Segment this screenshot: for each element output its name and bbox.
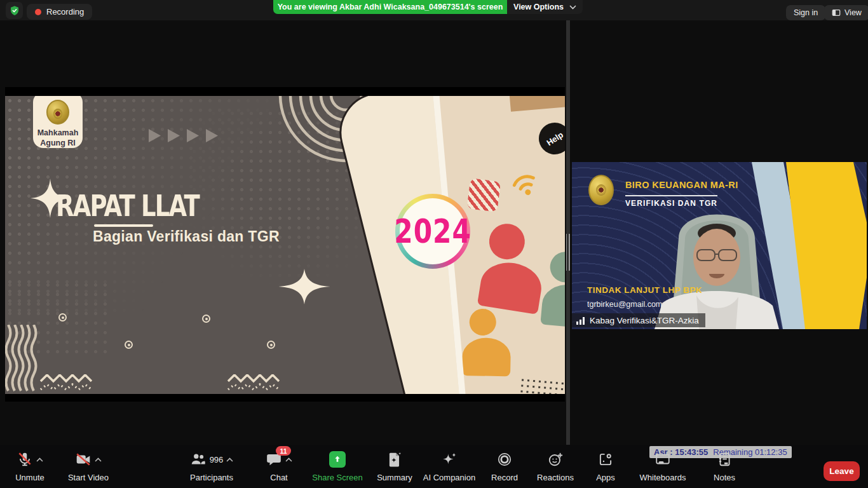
meeting-toolbar: Asr : 15:43:55 Remaining 01:12:35 Unmute: [0, 445, 868, 488]
wifi-doodle-icon: [508, 168, 543, 201]
striped-patch-decoration: [467, 178, 501, 212]
video-off-icon: [75, 451, 92, 468]
zigzag-decoration: [40, 374, 92, 392]
slide-subtitle: Bagian Verifikasi dan TGR: [93, 228, 280, 245]
recording-dot-icon: [35, 9, 41, 15]
recording-indicator[interactable]: Recording: [27, 4, 92, 20]
people-figure-head: [468, 308, 498, 337]
biro-keuangan-seal-icon: [588, 175, 614, 205]
sparkle-star-icon: [276, 269, 333, 304]
sign-in-button[interactable]: Sign in: [786, 5, 825, 20]
presentation-slide: Mahkamah Agung RI RAPAT LLAT Bagian Veri…: [5, 96, 565, 394]
year-circle-inner: 2024: [400, 198, 466, 264]
whiteboards-icon: [654, 451, 671, 468]
bullseye-dot: [125, 341, 133, 349]
shield-check-icon: [9, 5, 20, 17]
recording-label: Recording: [46, 7, 84, 17]
triangle-icon: [168, 129, 180, 142]
people-figure-body: [477, 259, 545, 315]
triangle-icon: [187, 129, 199, 142]
people-figure-head: [488, 222, 527, 261]
bullseye-dot: [202, 315, 210, 323]
chat-unread-badge: 11: [276, 446, 291, 456]
start-video-button[interactable]: Start Video: [51, 451, 125, 482]
leave-button[interactable]: Leave: [824, 461, 860, 481]
arrow-triangles-decoration: [149, 129, 218, 142]
screen-share-view: Mahkamah Agung RI RAPAT LLAT Bagian Veri…: [5, 87, 565, 402]
notes-icon: [716, 451, 733, 468]
triangle-icon: [149, 129, 161, 142]
people-figure-head: [549, 250, 565, 283]
collage-help-bubble: Help: [532, 116, 565, 160]
summary-icon: [386, 451, 403, 468]
notes-button[interactable]: Notes: [688, 451, 761, 482]
view-options-label: View Options: [513, 3, 564, 11]
people-figure-body: [540, 283, 565, 329]
bullseye-dot: [58, 313, 67, 322]
meeting-top-bar: Recording You are viewing Akbar Adhi Wic…: [0, 0, 868, 20]
security-shield-button[interactable]: [6, 2, 23, 19]
year-circle: 2024: [395, 194, 470, 269]
video-options-chevron-icon[interactable]: [95, 458, 102, 462]
collage-table-photo: [504, 96, 565, 112]
network-signal-icon: [576, 316, 586, 325]
audio-options-chevron-icon[interactable]: [36, 458, 43, 462]
participant-name-tag: Kabag Verifikasi&TGR-Azkia: [572, 313, 705, 327]
meeting-main-area: Mahkamah Agung RI RAPAT LLAT Bagian Veri…: [0, 20, 868, 445]
view-label: View: [844, 8, 862, 17]
apps-icon: [597, 451, 614, 468]
viewing-screen-text: You are viewing Akbar Adhi Wicaksana_049…: [278, 3, 503, 11]
sign-in-label: Sign in: [794, 8, 818, 17]
mic-off-icon: [17, 451, 33, 468]
mahkamah-agung-badge: Mahkamah Agung RI: [33, 96, 83, 148]
title-underline: [94, 224, 153, 227]
tile-org-title: BIRO KEUANGAN MA-RI: [625, 180, 738, 190]
tile-email-text: tgrbirkeu@gmail.com: [587, 300, 662, 309]
layout-view-icon: [832, 8, 841, 17]
tile-topic-text: TINDAK LANJUT LHP BPK: [587, 285, 702, 295]
badge-text: Mahkamah Agung RI: [37, 128, 79, 149]
participants-options-chevron-icon[interactable]: [226, 458, 233, 462]
viewing-screen-banner: You are viewing Akbar Adhi Wicaksana_049…: [273, 0, 507, 14]
people-figure-body: [462, 337, 511, 376]
participants-icon: [190, 451, 207, 468]
slide-title: RAPAT LLAT: [56, 189, 199, 223]
court-seal-icon: [46, 100, 69, 125]
bullseye-dot: [267, 341, 275, 349]
view-options-button[interactable]: View Options: [507, 0, 583, 14]
participants-count: 996: [210, 455, 224, 464]
share-screen-icon: [329, 451, 346, 468]
chevron-down-icon: [569, 5, 576, 10]
wavy-lines-decoration: [5, 325, 38, 391]
panel-resize-handle[interactable]: [566, 234, 570, 271]
year-text: 2024: [394, 212, 471, 250]
zoom-meeting-window: Recording You are viewing Akbar Adhi Wic…: [0, 0, 868, 488]
participant-name: Kabag Verifikasi&TGR-Azkia: [590, 316, 699, 325]
participants-button[interactable]: 996 Participants: [175, 451, 248, 482]
ai-companion-icon: [441, 451, 458, 468]
reactions-icon: [547, 451, 564, 468]
participant-video-tile[interactable]: BIRO KEUANGAN MA-RI VERIFIKASI DAN TGR T…: [572, 162, 867, 329]
zigzag-decoration: [227, 374, 280, 392]
record-icon: [496, 451, 513, 468]
halftone-patch: [515, 377, 565, 394]
view-layout-button[interactable]: View: [824, 5, 868, 20]
chat-options-chevron-icon[interactable]: [285, 458, 292, 462]
tile-dept-subtitle: VERIFIKASI DAN TGR: [625, 195, 717, 208]
triangle-icon: [206, 129, 218, 142]
